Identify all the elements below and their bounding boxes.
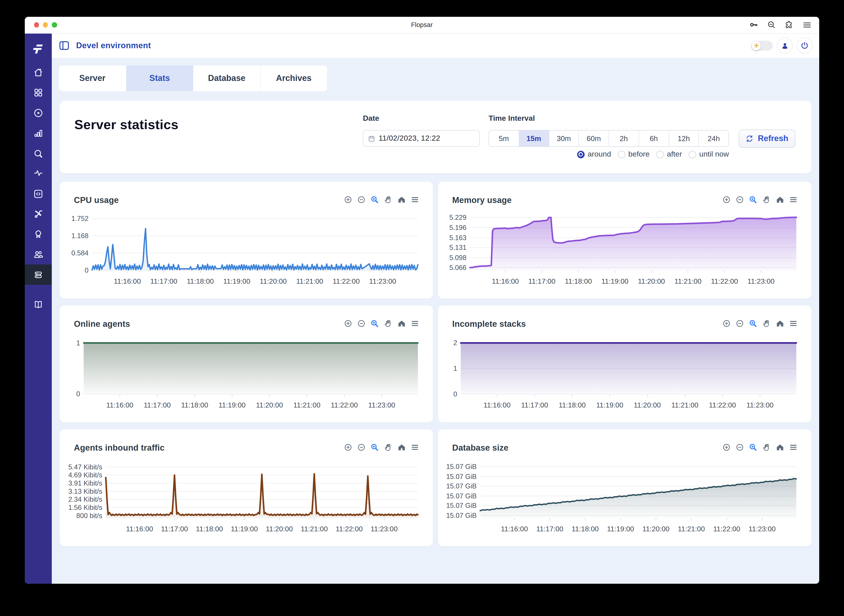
- radio-label: until now: [699, 150, 729, 159]
- interval-5m[interactable]: 5m: [489, 131, 519, 147]
- sidebar-item-docs[interactable]: [25, 294, 51, 315]
- menu-icon[interactable]: [802, 21, 812, 29]
- zoom-button[interactable]: [52, 22, 57, 28]
- svg-text:11:17:00: 11:17:00: [528, 277, 555, 285]
- sun-icon: [751, 41, 761, 50]
- close-button[interactable]: [34, 22, 39, 28]
- svg-text:5.47 Kibit/s: 5.47 Kibit/s: [68, 463, 102, 471]
- radio-label: after: [667, 150, 682, 159]
- mode-radio-group: aroundbeforeafteruntil now: [489, 149, 729, 160]
- svg-text:15.07 GiB: 15.07 GiB: [446, 502, 476, 509]
- svg-text:1: 1: [453, 364, 457, 372]
- svg-text:11:19:00: 11:19:00: [596, 401, 623, 409]
- svg-text:11:22:00: 11:22:00: [331, 401, 358, 409]
- key-icon[interactable]: [749, 21, 758, 29]
- svg-text:5.098: 5.098: [449, 254, 466, 261]
- svg-text:0: 0: [76, 390, 80, 397]
- refresh-label: Refresh: [758, 133, 788, 143]
- interval-24h[interactable]: 24h: [698, 131, 729, 147]
- mode-after[interactable]: after: [656, 150, 682, 159]
- minimize-button[interactable]: [43, 22, 48, 28]
- sidebar-item-servers[interactable]: [25, 264, 51, 285]
- interval-15m[interactable]: 15m: [519, 131, 549, 147]
- svg-text:11:23:00: 11:23:00: [748, 525, 775, 532]
- svg-text:11:17:00: 11:17:00: [521, 401, 548, 409]
- tab-database[interactable]: Database: [193, 66, 260, 91]
- svg-text:11:17:00: 11:17:00: [536, 525, 563, 532]
- interval-60m[interactable]: 60m: [579, 131, 609, 147]
- svg-text:11:23:00: 11:23:00: [747, 277, 774, 285]
- mode-around[interactable]: around: [577, 150, 611, 159]
- svg-text:11:16:00: 11:16:00: [106, 401, 133, 409]
- svg-text:11:16:00: 11:16:00: [484, 401, 510, 409]
- svg-text:11:23:00: 11:23:00: [746, 401, 773, 409]
- svg-text:11:22:00: 11:22:00: [332, 277, 360, 285]
- mode-before[interactable]: before: [618, 150, 650, 159]
- radio-around[interactable]: [577, 151, 584, 158]
- svg-text:3.91 Kibit/s: 3.91 Kibit/s: [68, 479, 102, 487]
- chart-plot-online_agents[interactable]: 0111:16:0011:17:0011:18:0011:19:0011:20:…: [60, 305, 433, 422]
- svg-text:11:19:00: 11:19:00: [231, 525, 258, 532]
- power-button[interactable]: [797, 38, 813, 54]
- svg-text:11:21:00: 11:21:00: [293, 401, 321, 409]
- flopsar-logo-icon: [25, 42, 51, 55]
- sidebar-item-badges[interactable]: [25, 224, 51, 244]
- time-interval-label: Time Interval: [489, 114, 535, 123]
- radio-label: around: [588, 150, 611, 159]
- extensions-icon[interactable]: [784, 21, 793, 29]
- sidebar-item-code[interactable]: [25, 183, 51, 204]
- sidebar-item-run[interactable]: [25, 103, 51, 123]
- radio-until-now[interactable]: [689, 151, 696, 158]
- radio-before[interactable]: [618, 151, 625, 158]
- mode-until-now[interactable]: until now: [689, 150, 729, 159]
- refresh-button[interactable]: Refresh: [739, 129, 795, 148]
- user-button[interactable]: [777, 38, 793, 54]
- interval-2h[interactable]: 2h: [609, 131, 639, 147]
- svg-text:11:22:00: 11:22:00: [709, 401, 736, 409]
- sidebar-item-home[interactable]: [25, 62, 51, 83]
- chart-plot-cpu[interactable]: 00.5841.1681.75211:16:0011:17:0011:18:00…: [60, 182, 433, 298]
- sidebar-item-charts[interactable]: [25, 123, 51, 144]
- svg-text:11:17:00: 11:17:00: [150, 277, 177, 285]
- theme-toggle[interactable]: [751, 41, 773, 51]
- sidebar-collapse-icon[interactable]: [59, 40, 70, 51]
- chart-plot-database_size[interactable]: 15.07 GiB15.07 GiB15.07 GiB15.07 GiB15.0…: [438, 429, 811, 546]
- svg-text:11:21:00: 11:21:00: [301, 525, 328, 532]
- svg-text:11:20:00: 11:20:00: [643, 525, 669, 532]
- svg-text:0: 0: [453, 390, 457, 398]
- svg-text:1.752: 1.752: [71, 214, 88, 222]
- radio-after[interactable]: [656, 151, 664, 158]
- interval-segmented-control: 5m15m30m60m2h6h12h24h: [489, 130, 729, 147]
- interval-12h[interactable]: 12h: [669, 131, 698, 147]
- chart-plot-agents_inbound_traffic[interactable]: 800 bit/s1.56 Kibit/s2.34 Kibit/s3.13 Ki…: [60, 429, 433, 546]
- svg-text:5.131: 5.131: [449, 243, 466, 251]
- svg-text:11:18:00: 11:18:00: [565, 277, 592, 285]
- tab-server[interactable]: Server: [59, 66, 126, 91]
- svg-text:15.07 GiB: 15.07 GiB: [446, 472, 476, 480]
- sidebar-item-activity[interactable]: [25, 163, 51, 183]
- svg-text:11:18:00: 11:18:00: [559, 401, 585, 409]
- tab-bar: ServerStatsDatabaseArchives: [59, 66, 327, 91]
- chart-card-database_size: Database size 15.07 GiB15.07 GiB15.07 Gi…: [438, 429, 811, 546]
- svg-text:800 bit/s: 800 bit/s: [76, 512, 102, 519]
- interval-6h[interactable]: 6h: [639, 131, 669, 147]
- sidebar-item-users[interactable]: [25, 244, 51, 265]
- interval-30m[interactable]: 30m: [548, 131, 579, 147]
- date-input[interactable]: 11/02/2023, 12:22: [363, 130, 480, 147]
- chart-plot-memory[interactable]: 5.0665.0985.1315.1635.1965.22911:16:0011…: [438, 182, 811, 298]
- tab-archives[interactable]: Archives: [260, 66, 327, 91]
- chart-card-cpu: CPU usage 00.5841.1681.75211:16:0011:17:…: [60, 182, 433, 298]
- titlebar-icons: [749, 16, 812, 33]
- date-value: 11/02/2023, 12:22: [379, 134, 440, 143]
- zoom-out-icon[interactable]: [767, 21, 776, 29]
- svg-text:11:18:00: 11:18:00: [196, 525, 223, 532]
- sidebar-item-search[interactable]: [25, 144, 51, 164]
- sidebar-item-tools[interactable]: [25, 204, 51, 224]
- chart-plot-incomplete_stacks[interactable]: 01211:16:0011:17:0011:18:0011:19:0011:20…: [438, 305, 811, 422]
- sidebar-item-dashboard[interactable]: [25, 82, 51, 103]
- chart-card-incomplete_stacks: Incomplete stacks 01211:16:0011:17:0011:…: [438, 305, 811, 422]
- svg-text:15.07 GiB: 15.07 GiB: [446, 462, 476, 470]
- calendar-icon: [368, 135, 375, 142]
- svg-text:11:19:00: 11:19:00: [607, 525, 634, 532]
- tab-stats[interactable]: Stats: [126, 66, 193, 91]
